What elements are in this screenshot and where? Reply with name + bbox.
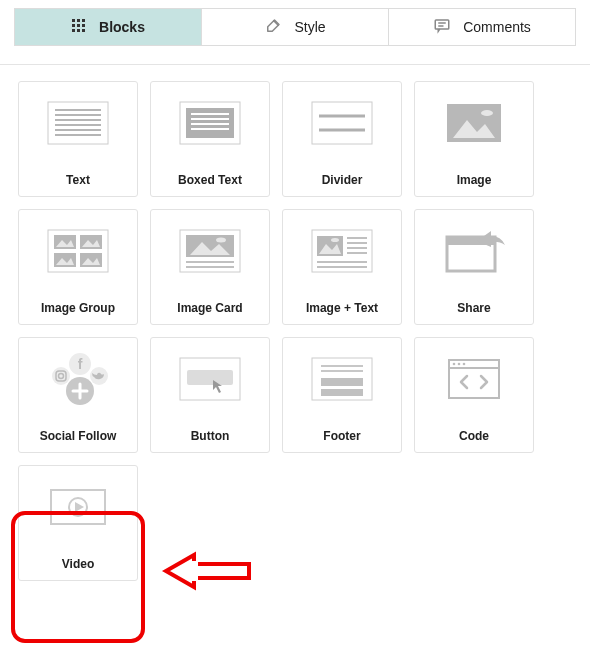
social-follow-icon: f (19, 338, 137, 421)
block-image-text-label: Image + Text (306, 293, 378, 324)
svg-rect-74 (449, 360, 499, 398)
block-footer[interactable]: Footer (282, 337, 402, 453)
svg-rect-12 (48, 102, 108, 144)
svg-rect-5 (82, 24, 85, 27)
tab-comments-label: Comments (463, 19, 531, 35)
svg-rect-68 (187, 370, 233, 385)
svg-rect-25 (312, 102, 372, 144)
svg-point-60 (52, 367, 70, 385)
block-footer-label: Footer (323, 421, 360, 452)
comment-icon (433, 17, 451, 38)
block-social-follow-label: Social Follow (40, 421, 117, 452)
block-image-card[interactable]: Image Card (150, 209, 270, 325)
block-image-card-label: Image Card (177, 293, 242, 324)
svg-rect-73 (321, 389, 363, 396)
svg-rect-3 (72, 24, 75, 27)
block-boxed-text[interactable]: Boxed Text (150, 81, 270, 197)
block-text-label: Text (66, 165, 90, 196)
svg-point-49 (331, 238, 339, 242)
video-icon (19, 466, 137, 549)
block-divider-label: Divider (322, 165, 363, 196)
block-boxed-text-label: Boxed Text (178, 165, 242, 196)
image-group-icon (19, 210, 137, 293)
tab-comments[interactable]: Comments (389, 9, 575, 45)
share-icon (415, 210, 533, 293)
divider-icon (283, 82, 401, 165)
tab-blocks[interactable]: Blocks (15, 9, 202, 45)
block-text[interactable]: Text (18, 81, 138, 197)
block-code-label: Code (459, 421, 489, 452)
code-icon (415, 338, 533, 421)
svg-rect-6 (72, 29, 75, 32)
footer-icon (283, 338, 401, 421)
block-image-text[interactable]: Image + Text (282, 209, 402, 325)
svg-text:f: f (78, 356, 83, 372)
tab-bar: Blocks Style Comments (14, 8, 576, 46)
image-text-icon (283, 210, 401, 293)
svg-rect-8 (82, 29, 85, 32)
svg-rect-2 (82, 19, 85, 22)
boxed-text-icon (151, 82, 269, 165)
svg-marker-81 (75, 502, 84, 512)
block-image-group-label: Image Group (41, 293, 115, 324)
block-share-label: Share (457, 293, 490, 324)
block-code[interactable]: Code (414, 337, 534, 453)
svg-rect-7 (77, 29, 80, 32)
svg-rect-72 (321, 378, 363, 386)
block-share[interactable]: Share (414, 209, 534, 325)
svg-point-30 (481, 110, 493, 116)
block-image-label: Image (457, 165, 492, 196)
button-icon (151, 338, 269, 421)
brush-icon (264, 17, 282, 38)
svg-point-77 (458, 363, 461, 366)
svg-rect-4 (77, 24, 80, 27)
separator (0, 64, 590, 65)
tab-blocks-label: Blocks (99, 19, 145, 35)
image-card-icon (151, 210, 269, 293)
svg-point-78 (463, 363, 466, 366)
block-divider[interactable]: Divider (282, 81, 402, 197)
grid-icon (71, 18, 87, 37)
block-social-follow[interactable]: f Social Follow (18, 337, 138, 453)
blocks-grid: Text Boxed Text Divider (0, 81, 590, 581)
svg-point-76 (453, 363, 456, 366)
block-button[interactable]: Button (150, 337, 270, 453)
image-icon (415, 82, 533, 165)
block-image-group[interactable]: Image Group (18, 209, 138, 325)
svg-rect-1 (77, 19, 80, 22)
svg-rect-0 (72, 19, 75, 22)
svg-rect-9 (435, 20, 449, 29)
tab-style[interactable]: Style (202, 9, 389, 45)
block-image[interactable]: Image (414, 81, 534, 197)
block-video[interactable]: Video (18, 465, 138, 581)
tab-style-label: Style (294, 19, 325, 35)
text-icon (19, 82, 137, 165)
block-video-label: Video (62, 549, 94, 580)
svg-point-43 (216, 238, 226, 243)
block-button-label: Button (191, 421, 230, 452)
